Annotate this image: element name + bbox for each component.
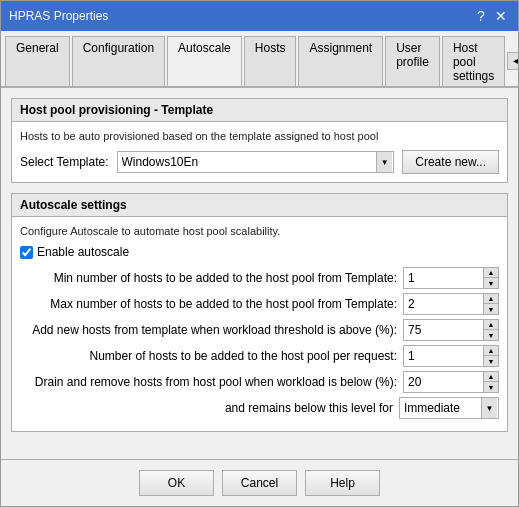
setting-label-drain: Drain and remove hosts from host pool wh… [20, 375, 403, 389]
spin-per-request: ▲ ▼ [403, 345, 499, 367]
provisioning-desc: Hosts to be auto provisioned based on th… [20, 130, 499, 142]
setting-row-threshold: Add new hosts from template when workloa… [20, 319, 499, 341]
spin-btns-min: ▲ ▼ [484, 268, 498, 288]
tab-general[interactable]: General [5, 36, 70, 87]
content-area: Host pool provisioning - Template Hosts … [1, 88, 518, 459]
spin-threshold: ▲ ▼ [403, 319, 499, 341]
tab-assignment[interactable]: Assignment [298, 36, 383, 87]
autoscale-section: Autoscale settings Configure Autoscale t… [11, 193, 508, 432]
setting-row-max: Max number of hosts to be added to the h… [20, 293, 499, 315]
title-bar-left: HPRAS Properties [9, 9, 108, 23]
enable-autoscale-label: Enable autoscale [37, 245, 129, 259]
remains-dropdown-wrapper: Immediate 1 hour 2 hours 4 hours 8 hours… [399, 397, 499, 419]
title-bar-controls: ? ✕ [472, 7, 510, 25]
remains-label: and remains below this level for [225, 401, 399, 415]
autoscale-title: Autoscale settings [12, 194, 507, 217]
spin-btns-per-request: ▲ ▼ [484, 346, 498, 366]
remains-row: and remains below this level for Immedia… [20, 397, 499, 419]
setting-row-min: Min number of hosts to be added to the h… [20, 267, 499, 289]
help-button[interactable]: ? [472, 7, 490, 25]
setting-label-max: Max number of hosts to be added to the h… [20, 297, 403, 311]
spin-btns-threshold: ▲ ▼ [484, 320, 498, 340]
spin-up-max[interactable]: ▲ [484, 294, 498, 304]
spin-up-per-request[interactable]: ▲ [484, 346, 498, 356]
setting-label-threshold: Add new hosts from template when workloa… [20, 323, 403, 337]
dialog-window: HPRAS Properties ? ✕ General Configurati… [0, 0, 519, 507]
tab-bar: General Configuration Autoscale Hosts As… [1, 31, 518, 88]
enable-autoscale-row: Enable autoscale [20, 245, 499, 259]
spin-drain: ▲ ▼ [403, 371, 499, 393]
footer: OK Cancel Help [1, 459, 518, 506]
spin-min: ▲ ▼ [403, 267, 499, 289]
autoscale-desc: Configure Autoscale to automate host poo… [20, 225, 499, 237]
spin-input-min[interactable] [404, 268, 484, 288]
provisioning-content: Hosts to be auto provisioned based on th… [12, 122, 507, 182]
spin-down-drain[interactable]: ▼ [484, 382, 498, 392]
setting-row-per-request: Number of hosts to be added to the host … [20, 345, 499, 367]
tab-user-profile[interactable]: User profile [385, 36, 440, 87]
dialog-title: HPRAS Properties [9, 9, 108, 23]
template-select-wrapper: Windows10En ▼ [117, 151, 395, 173]
tab-autoscale[interactable]: Autoscale [167, 36, 242, 87]
setting-label-min: Min number of hosts to be added to the h… [20, 271, 403, 285]
tab-nav-buttons: ◂ ▸ [507, 35, 518, 86]
autoscale-content: Configure Autoscale to automate host poo… [12, 217, 507, 431]
tab-hosts[interactable]: Hosts [244, 36, 297, 87]
spin-down-max[interactable]: ▼ [484, 304, 498, 314]
spin-input-drain[interactable] [404, 372, 484, 392]
spin-up-drain[interactable]: ▲ [484, 372, 498, 382]
spin-up-min[interactable]: ▲ [484, 268, 498, 278]
spin-input-threshold[interactable] [404, 320, 484, 340]
spin-max: ▲ ▼ [403, 293, 499, 315]
provisioning-title: Host pool provisioning - Template [12, 99, 507, 122]
template-select[interactable]: Windows10En [117, 151, 395, 173]
spin-up-threshold[interactable]: ▲ [484, 320, 498, 330]
create-new-button[interactable]: Create new... [402, 150, 499, 174]
cancel-button[interactable]: Cancel [222, 470, 297, 496]
title-bar: HPRAS Properties ? ✕ [1, 1, 518, 31]
enable-autoscale-checkbox[interactable] [20, 246, 33, 259]
close-button[interactable]: ✕ [492, 7, 510, 25]
spin-down-min[interactable]: ▼ [484, 278, 498, 288]
spin-down-per-request[interactable]: ▼ [484, 356, 498, 366]
spin-down-threshold[interactable]: ▼ [484, 330, 498, 340]
tab-host-pool-settings[interactable]: Host pool settings [442, 36, 505, 87]
remains-dropdown[interactable]: Immediate 1 hour 2 hours 4 hours 8 hours [399, 397, 499, 419]
ok-button[interactable]: OK [139, 470, 214, 496]
tab-configuration[interactable]: Configuration [72, 36, 165, 87]
tab-nav-prev[interactable]: ◂ [507, 52, 518, 70]
spin-input-max[interactable] [404, 294, 484, 314]
setting-row-drain: Drain and remove hosts from host pool wh… [20, 371, 499, 393]
spin-btns-drain: ▲ ▼ [484, 372, 498, 392]
template-label: Select Template: [20, 155, 109, 169]
provisioning-section: Host pool provisioning - Template Hosts … [11, 98, 508, 183]
template-row: Select Template: Windows10En ▼ Create ne… [20, 150, 499, 174]
setting-label-per-request: Number of hosts to be added to the host … [20, 349, 403, 363]
spin-btns-max: ▲ ▼ [484, 294, 498, 314]
help-footer-button[interactable]: Help [305, 470, 380, 496]
spin-input-per-request[interactable] [404, 346, 484, 366]
